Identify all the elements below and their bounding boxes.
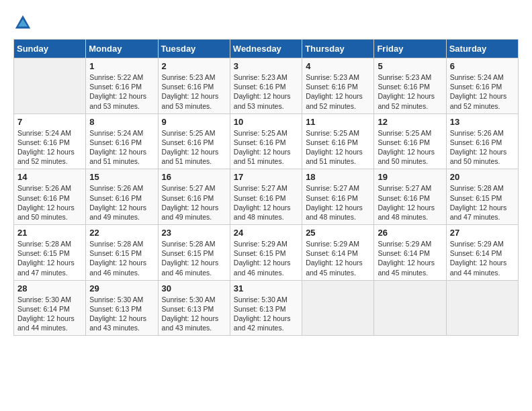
cell-info: Sunrise: 5:29 AMSunset: 6:14 PMDaylight:… (306, 239, 370, 277)
calendar-cell: 3Sunrise: 5:23 AMSunset: 6:16 PMDaylight… (230, 58, 302, 114)
calendar-cell: 13Sunrise: 5:26 AMSunset: 6:16 PMDayligh… (446, 113, 518, 169)
day-number: 26 (378, 228, 442, 238)
cell-info: Sunrise: 5:24 AMSunset: 6:16 PMDaylight:… (17, 128, 82, 167)
logo (13, 13, 35, 32)
cell-info: Sunrise: 5:26 AMSunset: 6:16 PMDaylight:… (89, 183, 154, 222)
calendar-cell: 12Sunrise: 5:25 AMSunset: 6:16 PMDayligh… (374, 113, 446, 169)
calendar-cell: 2Sunrise: 5:23 AMSunset: 6:16 PMDaylight… (158, 58, 230, 114)
cell-info: Sunrise: 5:30 AMSunset: 6:13 PMDaylight:… (162, 295, 226, 333)
cell-info: Sunrise: 5:26 AMSunset: 6:16 PMDaylight:… (17, 183, 82, 222)
day-header-monday: Monday (86, 40, 158, 58)
cell-info: Sunrise: 5:24 AMSunset: 6:16 PMDaylight:… (89, 128, 154, 167)
week-row-4: 21Sunrise: 5:28 AMSunset: 6:15 PMDayligh… (14, 225, 519, 281)
calendar-cell: 14Sunrise: 5:26 AMSunset: 6:16 PMDayligh… (14, 169, 86, 225)
day-number: 2 (162, 61, 226, 71)
day-number: 12 (378, 117, 442, 127)
calendar-cell: 6Sunrise: 5:24 AMSunset: 6:16 PMDaylight… (446, 58, 518, 114)
calendar-cell: 5Sunrise: 5:23 AMSunset: 6:16 PMDaylight… (374, 58, 446, 114)
cell-info: Sunrise: 5:27 AMSunset: 6:16 PMDaylight:… (306, 183, 370, 222)
calendar-cell: 17Sunrise: 5:27 AMSunset: 6:16 PMDayligh… (230, 169, 302, 225)
cell-info: Sunrise: 5:28 AMSunset: 6:15 PMDaylight:… (450, 183, 515, 222)
calendar-cell: 25Sunrise: 5:29 AMSunset: 6:14 PMDayligh… (302, 225, 374, 281)
day-number: 10 (234, 117, 298, 127)
cell-info: Sunrise: 5:29 AMSunset: 6:14 PMDaylight:… (378, 239, 442, 277)
calendar-cell: 22Sunrise: 5:28 AMSunset: 6:15 PMDayligh… (86, 225, 158, 281)
day-number: 22 (89, 228, 154, 238)
calendar-cell: 15Sunrise: 5:26 AMSunset: 6:16 PMDayligh… (86, 169, 158, 225)
calendar-cell: 18Sunrise: 5:27 AMSunset: 6:16 PMDayligh… (302, 169, 374, 225)
cell-info: Sunrise: 5:22 AMSunset: 6:16 PMDaylight:… (89, 73, 154, 111)
calendar-cell: 26Sunrise: 5:29 AMSunset: 6:14 PMDayligh… (374, 225, 446, 281)
cell-info: Sunrise: 5:27 AMSunset: 6:16 PMDaylight:… (378, 183, 442, 222)
day-number: 5 (378, 61, 442, 71)
calendar-cell (302, 280, 374, 336)
cell-info: Sunrise: 5:27 AMSunset: 6:16 PMDaylight:… (234, 183, 298, 222)
day-number: 6 (450, 61, 515, 71)
day-number: 16 (162, 172, 226, 182)
logo-icon (13, 13, 32, 32)
cell-info: Sunrise: 5:29 AMSunset: 6:14 PMDaylight:… (450, 239, 515, 277)
calendar-cell: 11Sunrise: 5:25 AMSunset: 6:16 PMDayligh… (302, 113, 374, 169)
calendar-cell: 31Sunrise: 5:30 AMSunset: 6:13 PMDayligh… (230, 280, 302, 336)
cell-info: Sunrise: 5:28 AMSunset: 6:15 PMDaylight:… (162, 239, 226, 277)
calendar-cell: 10Sunrise: 5:25 AMSunset: 6:16 PMDayligh… (230, 113, 302, 169)
calendar-cell (14, 58, 86, 114)
calendar-cell: 1Sunrise: 5:22 AMSunset: 6:16 PMDaylight… (86, 58, 158, 114)
day-number: 11 (306, 117, 370, 127)
week-row-5: 28Sunrise: 5:30 AMSunset: 6:14 PMDayligh… (14, 280, 519, 336)
header-row: SundayMondayTuesdayWednesdayThursdayFrid… (14, 40, 519, 58)
day-number: 30 (162, 283, 226, 293)
day-number: 25 (306, 228, 370, 238)
day-header-sunday: Sunday (14, 40, 86, 58)
calendar-table: SundayMondayTuesdayWednesdayThursdayFrid… (13, 39, 519, 336)
cell-info: Sunrise: 5:25 AMSunset: 6:16 PMDaylight:… (378, 128, 442, 167)
calendar-cell: 23Sunrise: 5:28 AMSunset: 6:15 PMDayligh… (158, 225, 230, 281)
day-number: 14 (17, 172, 82, 182)
header (13, 13, 519, 32)
week-row-3: 14Sunrise: 5:26 AMSunset: 6:16 PMDayligh… (14, 169, 519, 225)
calendar-cell: 9Sunrise: 5:25 AMSunset: 6:16 PMDaylight… (158, 113, 230, 169)
cell-info: Sunrise: 5:24 AMSunset: 6:16 PMDaylight:… (450, 73, 515, 111)
day-header-friday: Friday (374, 40, 446, 58)
cell-info: Sunrise: 5:29 AMSunset: 6:15 PMDaylight:… (234, 239, 298, 277)
cell-info: Sunrise: 5:23 AMSunset: 6:16 PMDaylight:… (162, 73, 226, 111)
cell-info: Sunrise: 5:23 AMSunset: 6:16 PMDaylight:… (378, 73, 442, 111)
cell-info: Sunrise: 5:23 AMSunset: 6:16 PMDaylight:… (306, 73, 370, 111)
day-number: 7 (17, 117, 82, 127)
day-number: 27 (450, 228, 515, 238)
day-number: 9 (162, 117, 226, 127)
day-number: 19 (378, 172, 442, 182)
cell-info: Sunrise: 5:28 AMSunset: 6:15 PMDaylight:… (17, 239, 82, 277)
cell-info: Sunrise: 5:25 AMSunset: 6:16 PMDaylight:… (162, 128, 226, 167)
day-number: 29 (89, 283, 154, 293)
day-number: 21 (17, 228, 82, 238)
cell-info: Sunrise: 5:27 AMSunset: 6:16 PMDaylight:… (162, 183, 226, 222)
calendar-cell (446, 280, 518, 336)
calendar-cell: 7Sunrise: 5:24 AMSunset: 6:16 PMDaylight… (14, 113, 86, 169)
cell-info: Sunrise: 5:30 AMSunset: 6:14 PMDaylight:… (17, 295, 82, 333)
week-row-1: 1Sunrise: 5:22 AMSunset: 6:16 PMDaylight… (14, 58, 519, 114)
cell-info: Sunrise: 5:30 AMSunset: 6:13 PMDaylight:… (89, 295, 154, 333)
day-number: 3 (234, 61, 298, 71)
calendar-cell (374, 280, 446, 336)
day-header-wednesday: Wednesday (230, 40, 302, 58)
day-number: 28 (17, 283, 82, 293)
calendar-cell: 20Sunrise: 5:28 AMSunset: 6:15 PMDayligh… (446, 169, 518, 225)
cell-info: Sunrise: 5:26 AMSunset: 6:16 PMDaylight:… (450, 128, 515, 167)
day-number: 1 (89, 61, 154, 71)
day-number: 8 (89, 117, 154, 127)
calendar-cell: 8Sunrise: 5:24 AMSunset: 6:16 PMDaylight… (86, 113, 158, 169)
day-header-thursday: Thursday (302, 40, 374, 58)
day-number: 24 (234, 228, 298, 238)
day-header-tuesday: Tuesday (158, 40, 230, 58)
calendar-cell: 4Sunrise: 5:23 AMSunset: 6:16 PMDaylight… (302, 58, 374, 114)
day-number: 15 (89, 172, 154, 182)
cell-info: Sunrise: 5:25 AMSunset: 6:16 PMDaylight:… (234, 128, 298, 167)
week-row-2: 7Sunrise: 5:24 AMSunset: 6:16 PMDaylight… (14, 113, 519, 169)
day-number: 17 (234, 172, 298, 182)
calendar-cell: 21Sunrise: 5:28 AMSunset: 6:15 PMDayligh… (14, 225, 86, 281)
day-number: 13 (450, 117, 515, 127)
calendar-cell: 24Sunrise: 5:29 AMSunset: 6:15 PMDayligh… (230, 225, 302, 281)
day-number: 20 (450, 172, 515, 182)
calendar-cell: 19Sunrise: 5:27 AMSunset: 6:16 PMDayligh… (374, 169, 446, 225)
